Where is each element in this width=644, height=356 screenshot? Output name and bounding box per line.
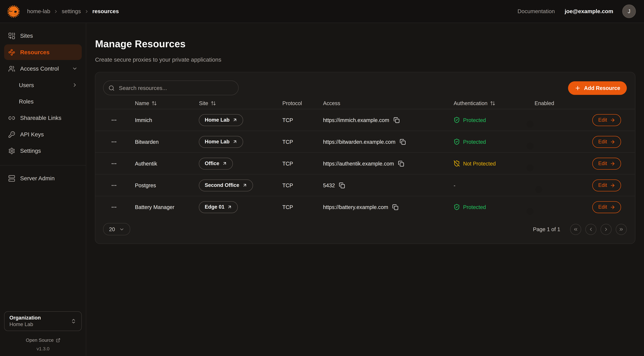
page-subtitle: Create secure proxies to your private ap… — [95, 56, 636, 63]
open-source-label: Open Source — [26, 338, 54, 342]
arrow-right-icon — [610, 139, 615, 144]
main-content: Manage Resources Create secure proxies t… — [86, 23, 644, 356]
table-header-row: Name Site Protocol Access Authentication… — [96, 98, 635, 110]
sidebar-divider — [0, 165, 86, 166]
users-icon — [8, 65, 15, 72]
protocol-value: TCP — [282, 160, 323, 166]
first-page-button[interactable] — [570, 224, 581, 235]
card-toolbar: Add Resource — [96, 72, 635, 98]
edit-label: Edit — [598, 204, 607, 210]
site-link-button[interactable]: Office — [199, 158, 233, 170]
next-page-button[interactable] — [600, 224, 612, 235]
edit-button[interactable]: Edit — [592, 201, 621, 213]
sidebar-item-access-control[interactable]: Access Control — [4, 61, 82, 76]
toggle-knob — [527, 142, 534, 150]
chevron-right-icon — [54, 9, 58, 14]
column-header-access: Access — [323, 100, 454, 106]
protocol-value: TCP — [282, 182, 323, 188]
sidebar-item-server-admin[interactable]: Server Admin — [4, 170, 82, 186]
user-email[interactable]: joe@example.com — [565, 8, 613, 14]
breadcrumb-settings[interactable]: settings — [62, 8, 81, 14]
sidebar-item-shareable-links[interactable]: Shareable Links — [4, 110, 82, 126]
edit-button[interactable]: Edit — [592, 136, 621, 148]
page-size-select[interactable]: 20 — [103, 223, 130, 236]
server-icon — [8, 175, 15, 182]
sidebar-item-api-keys[interactable]: API Keys — [4, 126, 82, 142]
chevrons-right-icon — [619, 226, 624, 232]
site-link-button[interactable]: Home Lab — [199, 114, 243, 126]
avatar-initial: J — [628, 8, 630, 14]
pagination-bar: 20 Page 1 of 1 — [96, 218, 635, 244]
shield-off-icon — [454, 160, 460, 167]
sidebar-item-resources[interactable]: Resources — [4, 44, 82, 60]
link-icon — [8, 114, 15, 121]
arrow-up-right-icon — [222, 161, 227, 166]
chevron-left-icon — [588, 226, 594, 232]
row-menu-button[interactable] — [96, 182, 135, 188]
edit-button[interactable]: Edit — [592, 114, 621, 126]
add-resource-button[interactable]: Add Resource — [568, 81, 627, 95]
toggle-knob — [527, 121, 534, 128]
access-url: https://bitwarden.example.com — [323, 139, 395, 145]
row-menu-button[interactable] — [96, 160, 135, 166]
organization-label: Organization — [10, 315, 71, 321]
copy-icon[interactable] — [398, 160, 404, 166]
documentation-link[interactable]: Documentation — [518, 8, 555, 14]
authentication-label: Protected — [463, 117, 486, 123]
sidebar-item-label: Roles — [19, 98, 34, 105]
avatar[interactable]: J — [622, 4, 636, 18]
copy-icon[interactable] — [393, 117, 400, 123]
row-menu-button[interactable] — [96, 204, 135, 210]
chevrons-up-down-icon — [71, 318, 77, 324]
site-link-button[interactable]: Home Lab — [199, 136, 243, 148]
sidebar-item-users[interactable]: Users — [4, 77, 82, 93]
table-row: Battery Manager Edge 01 TCP https://batt… — [96, 196, 635, 218]
sidebar-item-sites[interactable]: Sites — [4, 28, 82, 44]
edit-button[interactable]: Edit — [592, 158, 621, 170]
copy-icon[interactable] — [392, 204, 398, 210]
prev-page-button[interactable] — [585, 224, 596, 235]
row-menu-button[interactable] — [96, 139, 135, 145]
sort-icon — [490, 101, 496, 106]
pangolin-logo-icon[interactable] — [6, 4, 20, 18]
sidebar-item-label: API Keys — [20, 131, 44, 138]
column-header-site[interactable]: Site — [199, 100, 282, 106]
last-page-button[interactable] — [616, 224, 627, 235]
organization-selector[interactable]: Organization Home Lab — [4, 311, 82, 331]
open-source-link[interactable]: Open Source — [4, 338, 82, 342]
sidebar-item-roles[interactable]: Roles — [4, 94, 82, 109]
arrow-up-right-icon — [242, 183, 247, 188]
column-header-name[interactable]: Name — [135, 100, 199, 106]
sidebar-item-label: Shareable Links — [20, 115, 61, 121]
resource-name: Postgres — [135, 182, 199, 188]
resource-name: Immich — [135, 117, 199, 123]
site-name: Home Lab — [205, 139, 230, 145]
table-row: Postgres Second Office TCP 5432 — [96, 175, 635, 196]
arrow-up-right-icon — [232, 118, 237, 122]
search-input[interactable] — [118, 84, 234, 92]
external-link-icon — [56, 338, 60, 342]
search-box — [103, 80, 239, 95]
site-name: Edge 01 — [205, 204, 224, 210]
sidebar-item-settings[interactable]: Settings — [4, 143, 82, 158]
app-root: home-lab settings resources Documentatio… — [0, 0, 644, 356]
edit-button[interactable]: Edit — [592, 179, 621, 191]
site-link-button[interactable]: Second Office — [199, 179, 253, 191]
arrow-right-icon — [610, 182, 615, 188]
copy-icon[interactable] — [339, 182, 345, 188]
arrow-up-right-icon — [227, 204, 232, 210]
combine-icon — [8, 32, 15, 39]
chevron-down-icon — [72, 66, 78, 72]
version-label: v1.3.0 — [4, 346, 82, 351]
breadcrumb-current: resources — [92, 8, 119, 14]
copy-icon[interactable] — [400, 139, 406, 145]
column-header-authentication[interactable]: Authentication — [454, 100, 534, 106]
edit-label: Edit — [598, 182, 607, 188]
site-link-button[interactable]: Edge 01 — [199, 201, 238, 213]
row-menu-button[interactable] — [96, 117, 135, 123]
sidebar-item-label: Resources — [20, 49, 50, 56]
table-row: Authentik Office TCP https://authentik.e… — [96, 153, 635, 175]
organization-value: Home Lab — [10, 321, 71, 328]
breadcrumb-org[interactable]: home-lab — [27, 8, 50, 14]
column-header-protocol: Protocol — [282, 100, 323, 106]
